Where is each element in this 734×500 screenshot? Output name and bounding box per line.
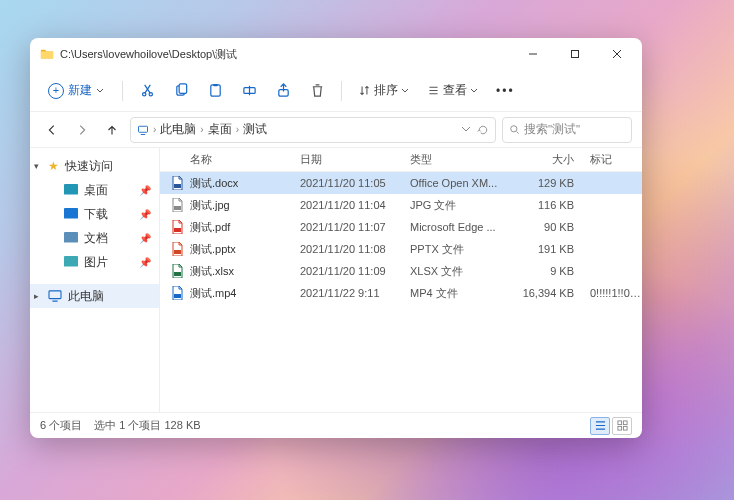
up-button[interactable]	[100, 118, 124, 142]
table-row[interactable]: 测试.pptx2021/11/20 11:08PPTX 文件191 KB	[160, 238, 642, 260]
expand-icon[interactable]: ▾	[34, 161, 39, 171]
svg-rect-1	[572, 51, 579, 58]
expand-icon[interactable]: ▸	[34, 291, 39, 301]
search-input[interactable]: 搜索"测试"	[502, 117, 632, 143]
svg-rect-13	[139, 126, 148, 132]
file-date: 2021/11/20 11:08	[300, 243, 410, 255]
pc-icon	[48, 290, 62, 302]
search-placeholder: 搜索"测试"	[524, 122, 580, 137]
file-type: XLSX 文件	[410, 264, 520, 279]
svg-rect-7	[179, 84, 187, 93]
sort-label: 排序	[374, 82, 398, 99]
column-type[interactable]: 类型	[410, 152, 520, 167]
file-size: 16,394 KB	[520, 287, 590, 299]
icon-view-toggle[interactable]	[612, 417, 632, 435]
file-icon	[170, 286, 184, 300]
file-icon	[170, 242, 184, 256]
window-title: C:\Users\lovewhoilove\Desktop\测试	[60, 47, 512, 62]
titlebar[interactable]: C:\Users\lovewhoilove\Desktop\测试	[30, 38, 642, 70]
sidebar-item-downloads[interactable]: 下载 📌	[30, 202, 159, 226]
close-button[interactable]	[596, 38, 638, 70]
sort-button[interactable]: 排序	[352, 78, 415, 103]
file-size: 90 KB	[520, 221, 590, 233]
column-name[interactable]: 名称	[190, 152, 300, 167]
sidebar-label: 快速访问	[65, 159, 113, 174]
status-selection: 选中 1 个项目 128 KB	[94, 418, 200, 433]
copy-button[interactable]	[167, 77, 195, 105]
status-count: 6 个项目	[40, 418, 82, 433]
rename-button[interactable]	[235, 77, 263, 105]
breadcrumb-item[interactable]: 此电脑	[160, 122, 196, 137]
pc-icon	[137, 124, 149, 136]
svg-line-16	[517, 132, 519, 134]
file-name: 测试.jpg	[190, 198, 300, 213]
sidebar-item-thispc[interactable]: ▸ 此电脑	[30, 284, 159, 308]
plus-icon: +	[48, 83, 64, 99]
table-row[interactable]: 测试.pdf2021/11/20 11:07Microsoft Edge ...…	[160, 216, 642, 238]
file-size: 9 KB	[520, 265, 590, 277]
sidebar-item-pictures[interactable]: 图片 📌	[30, 250, 159, 274]
more-button[interactable]: •••	[490, 84, 521, 98]
svg-rect-28	[174, 294, 181, 298]
sidebar-label: 桌面	[84, 183, 108, 198]
cut-button[interactable]	[133, 77, 161, 105]
pin-icon: 📌	[139, 185, 151, 196]
explorer-window: C:\Users\lovewhoilove\Desktop\测试 + 新建 排序…	[30, 38, 642, 438]
column-tag[interactable]: 标记	[590, 152, 642, 167]
back-button[interactable]	[40, 118, 64, 142]
forward-button[interactable]	[70, 118, 94, 142]
svg-point-5	[149, 93, 152, 96]
star-icon: ★	[48, 159, 59, 173]
pin-icon: 📌	[139, 257, 151, 268]
sort-icon	[358, 84, 371, 97]
file-icon	[170, 264, 184, 278]
share-button[interactable]	[269, 77, 297, 105]
sidebar-label: 此电脑	[68, 289, 104, 304]
new-button[interactable]: + 新建	[40, 78, 112, 103]
svg-rect-21	[49, 291, 61, 299]
delete-button[interactable]	[303, 77, 331, 105]
table-row[interactable]: 测试.docx2021/11/20 11:05Office Open XM...…	[160, 172, 642, 194]
table-row[interactable]: 测试.mp42021/11/22 9:11MP4 文件16,394 KB0!!!…	[160, 282, 642, 304]
svg-rect-20	[64, 256, 78, 267]
details-view-toggle[interactable]	[590, 417, 610, 435]
toolbar: + 新建 排序 查看 •••	[30, 70, 642, 112]
folder-icon	[64, 208, 78, 220]
file-name: 测试.xlsx	[190, 264, 300, 279]
file-size: 191 KB	[520, 243, 590, 255]
file-name: 测试.pdf	[190, 220, 300, 235]
svg-rect-24	[174, 206, 181, 210]
breadcrumb-item[interactable]: 测试	[243, 122, 267, 137]
refresh-icon[interactable]	[477, 124, 489, 136]
svg-rect-18	[64, 208, 78, 219]
sidebar-label: 下载	[84, 207, 108, 222]
sidebar-item-quickaccess[interactable]: ▾ ★ 快速访问	[30, 154, 159, 178]
file-icon	[170, 198, 184, 212]
paste-button[interactable]	[201, 77, 229, 105]
chevron-right-icon: ›	[200, 124, 203, 135]
sidebar-item-documents[interactable]: 文档 📌	[30, 226, 159, 250]
sidebar-item-desktop[interactable]: 桌面 📌	[30, 178, 159, 202]
chevron-down-icon[interactable]	[461, 124, 471, 134]
column-size[interactable]: 大小	[520, 152, 590, 167]
sidebar-label: 文档	[84, 231, 108, 246]
svg-rect-8	[210, 85, 219, 96]
statusbar: 6 个项目 选中 1 个项目 128 KB	[30, 412, 642, 438]
chevron-right-icon: ›	[153, 124, 156, 135]
new-button-label: 新建	[68, 82, 92, 99]
address-bar-row: › 此电脑 › 桌面 › 测试 搜索"测试"	[30, 112, 642, 148]
breadcrumb[interactable]: › 此电脑 › 桌面 › 测试	[130, 117, 496, 143]
table-row[interactable]: 测试.jpg2021/11/20 11:04JPG 文件116 KB	[160, 194, 642, 216]
maximize-button[interactable]	[554, 38, 596, 70]
table-row[interactable]: 测试.xlsx2021/11/20 11:09XLSX 文件9 KB	[160, 260, 642, 282]
minimize-button[interactable]	[512, 38, 554, 70]
column-headers[interactable]: 名称 日期 类型 大小 标记	[160, 148, 642, 172]
file-icon	[170, 176, 184, 190]
svg-rect-31	[617, 426, 621, 430]
column-date[interactable]: 日期	[300, 152, 410, 167]
file-type: JPG 文件	[410, 198, 520, 213]
folder-icon	[64, 232, 78, 244]
breadcrumb-item[interactable]: 桌面	[208, 122, 232, 137]
sidebar-label: 图片	[84, 255, 108, 270]
view-button[interactable]: 查看	[421, 78, 484, 103]
